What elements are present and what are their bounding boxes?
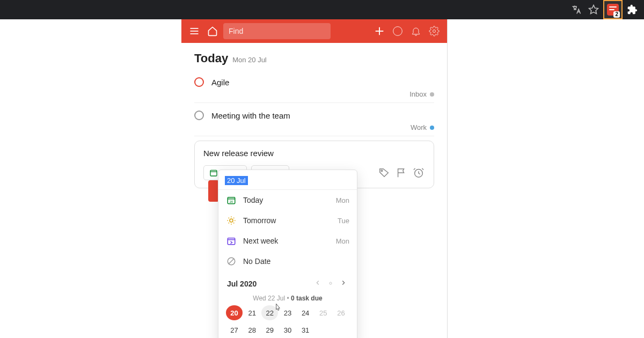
- date-input-text: 20 Jul: [225, 176, 248, 185]
- date-quick-today[interactable]: 20 Today Mon: [218, 190, 357, 210]
- task-name: Agile: [211, 78, 229, 87]
- add-task-submit-button[interactable]: [208, 180, 219, 202]
- date-quick-no-date[interactable]: No Date: [218, 251, 357, 271]
- extensions-puzzle-icon[interactable]: [625, 2, 640, 17]
- add-icon[interactable]: [372, 24, 387, 39]
- calendar-day[interactable]: 27: [226, 322, 243, 337]
- svg-point-15: [230, 219, 233, 222]
- calendar-month-label: Jul 2020: [227, 280, 257, 288]
- reminder-clock-icon[interactable]: [412, 166, 425, 179]
- svg-point-10: [381, 170, 383, 172]
- star-icon[interactable]: [586, 2, 601, 17]
- calendar-day[interactable]: 26: [333, 305, 349, 320]
- calendar-day[interactable]: 25: [315, 305, 332, 320]
- calendar-prev-icon[interactable]: [313, 278, 323, 289]
- svg-line-20: [229, 218, 229, 218]
- date-quick-label: Today: [243, 196, 330, 204]
- task-checkbox[interactable]: [194, 77, 204, 87]
- calendar-day[interactable]: 30: [279, 322, 296, 337]
- calendar-hover-info: Wed 22 Jul • 0 task due: [226, 291, 349, 305]
- home-icon[interactable]: [205, 24, 220, 39]
- today-icon: 20: [226, 195, 237, 205]
- date-quick-next-week[interactable]: Next week Mon: [218, 231, 357, 251]
- mouse-cursor: [274, 302, 282, 313]
- svg-rect-8: [210, 170, 217, 176]
- svg-line-27: [229, 259, 235, 264]
- calendar-today-icon[interactable]: [327, 278, 334, 289]
- app-header: Find: [181, 19, 447, 43]
- calendar-day[interactable]: 29: [261, 322, 278, 337]
- task-row[interactable]: Meeting with the team: [194, 107, 434, 123]
- svg-line-21: [233, 223, 234, 223]
- calendar-day[interactable]: 28: [244, 322, 260, 337]
- date-picker-popover: 20 Jul 20 Today Mon Tomorrow Tue Next we…: [218, 170, 357, 338]
- task-checkbox[interactable]: [194, 111, 204, 120]
- task-project-label: Inbox: [409, 90, 427, 98]
- task-project-dot: [430, 126, 434, 130]
- extension-badge: 2: [613, 11, 620, 18]
- calendar-day[interactable]: 24: [297, 305, 314, 320]
- svg-text:20: 20: [230, 200, 233, 203]
- sun-icon: [226, 215, 237, 226]
- date-quick-day: Mon: [336, 237, 349, 245]
- calendar-next-icon[interactable]: [339, 278, 348, 289]
- notifications-icon[interactable]: [408, 24, 423, 39]
- nodate-icon: [226, 256, 237, 267]
- productivity-icon[interactable]: [390, 24, 405, 39]
- svg-point-28: [330, 282, 332, 284]
- todoist-panel: Find Today Mon 20 Jul Agile Inbox: [181, 19, 448, 338]
- menu-icon[interactable]: [187, 24, 202, 39]
- todoist-extension-icon[interactable]: 2: [603, 0, 623, 19]
- task-project-dot: [430, 92, 434, 97]
- content-area: Today Mon 20 Jul Agile Inbox Meeting wit…: [181, 43, 447, 188]
- search-placeholder: Find: [229, 27, 243, 35]
- task-project-label: Work: [411, 123, 427, 131]
- nextweek-icon: [226, 236, 237, 246]
- task-row[interactable]: Agile: [194, 74, 434, 90]
- scrollbar-track: [447, 19, 448, 338]
- svg-line-22: [229, 223, 229, 223]
- browser-top-bar: 2: [0, 0, 644, 19]
- task-meta: Work: [194, 123, 434, 131]
- date-input-row[interactable]: 20 Jul: [218, 170, 357, 190]
- scrollbar-thumb[interactable]: [447, 19, 448, 250]
- date-quick-tomorrow[interactable]: Tomorrow Tue: [218, 210, 357, 231]
- settings-icon[interactable]: [427, 24, 442, 39]
- date-quick-label: No Date: [243, 257, 343, 266]
- task-meta: Inbox: [194, 90, 434, 98]
- date-quick-label: Next week: [243, 237, 330, 245]
- translate-icon[interactable]: [569, 2, 584, 17]
- priority-flag-icon[interactable]: [395, 166, 408, 179]
- date-quick-day: Mon: [336, 196, 349, 204]
- date-quick-day: Tue: [338, 217, 349, 225]
- label-icon[interactable]: [378, 166, 391, 179]
- date-quick-label: Tomorrow: [243, 216, 331, 225]
- task-editor-input[interactable]: New release review: [203, 149, 425, 158]
- search-input[interactable]: Find: [223, 23, 331, 39]
- svg-line-23: [233, 218, 234, 218]
- page-title: Today: [194, 52, 228, 65]
- page-date: Mon 20 Jul: [232, 56, 267, 64]
- svg-marker-0: [589, 5, 598, 14]
- calendar-day[interactable]: 31: [297, 322, 314, 337]
- svg-point-7: [433, 30, 436, 33]
- task-name: Meeting with the team: [211, 111, 290, 120]
- calendar-day[interactable]: 21: [244, 305, 260, 320]
- calendar-day[interactable]: 20: [226, 305, 243, 320]
